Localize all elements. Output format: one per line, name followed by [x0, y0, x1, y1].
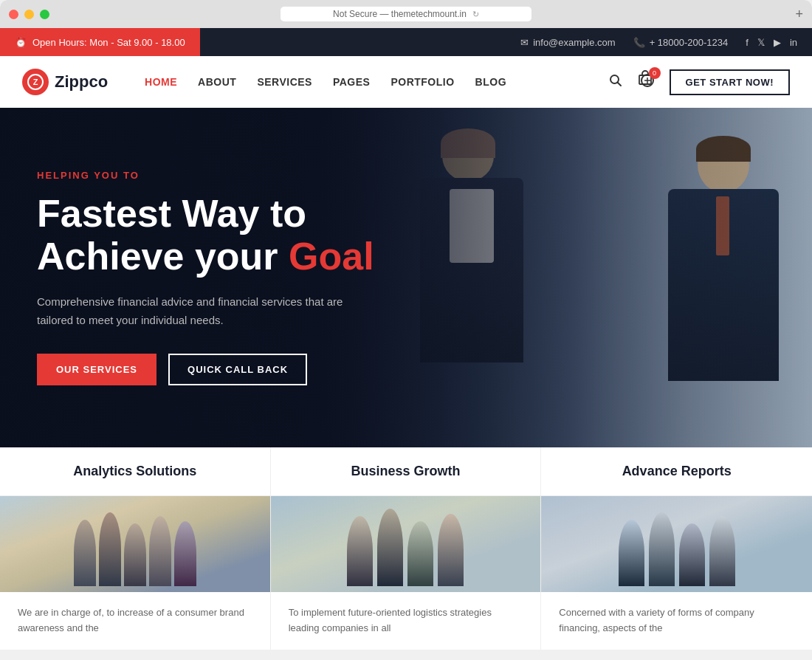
mac-traffic-lights	[9, 10, 49, 19]
mac-close-btn[interactable]	[9, 10, 18, 19]
email-icon: ✉	[520, 37, 529, 48]
person5	[174, 521, 196, 586]
email-text: info@example.com	[533, 37, 615, 48]
service-analytics-title: Analytics Solutions	[0, 447, 270, 496]
hero-title-line1: Fastest Way to	[37, 192, 306, 235]
logo-icon: Z	[22, 69, 49, 95]
phone-link[interactable]: 📞 + 18000-200-1234	[633, 37, 729, 48]
top-bar: ⏰ Open Hours: Mon - Sat 9.00 - 18.00 ✉ i…	[0, 28, 812, 56]
refresh-icon[interactable]: ↻	[472, 10, 479, 19]
service-reports-desc: Concerned with a variety of forms of com…	[559, 605, 794, 636]
our-services-button[interactable]: OUR SERVICES	[37, 354, 156, 385]
hero-buttons: OUR SERVICES QUICK CALL BACK	[37, 354, 374, 385]
quick-callback-button[interactable]: QUICK CALL BACK	[168, 354, 307, 385]
reports-img-bg	[541, 496, 812, 592]
service-analytics-body: We are in charge of, to increase of a co…	[0, 592, 270, 650]
search-icon	[609, 74, 622, 87]
growth-img-bg	[271, 496, 541, 592]
facebook-icon[interactable]: f	[746, 37, 749, 48]
nav-blog[interactable]: BLOG	[475, 76, 506, 88]
address-text: Not Secure — themetechmount.in	[333, 9, 467, 19]
service-reports-title: Advance Reports	[541, 447, 812, 496]
analytics-img-bg	[0, 496, 270, 592]
nav-actions: 0 GET START NOW!	[606, 69, 790, 95]
mac-window-chrome: Not Secure — themetechmount.in ↻ +	[0, 0, 812, 28]
new-tab-button[interactable]: +	[795, 7, 803, 22]
reports-people	[619, 512, 735, 586]
hero-title: Fastest Way to Achieve your Goal	[37, 193, 374, 277]
phone-icon: 📞	[633, 37, 645, 48]
nav-portfolio[interactable]: PORTFOLIO	[390, 76, 454, 88]
open-hours-text: Open Hours: Mon - Sat 9.00 - 18.00	[32, 37, 185, 48]
linkedin-icon[interactable]: in	[790, 37, 797, 48]
service-reports-image	[541, 496, 812, 592]
service-growth-title: Business Growth	[271, 447, 541, 496]
person-g4	[438, 514, 464, 586]
svg-line-3	[617, 83, 621, 86]
person-r3	[679, 523, 705, 586]
person-r2	[649, 512, 675, 586]
top-bar-contact: ✉ info@example.com 📞 + 18000-200-1234 f …	[200, 28, 812, 56]
mac-fullscreen-btn[interactable]	[40, 10, 49, 19]
person-r1	[619, 520, 644, 586]
hero-subtitle: HELPING YOU TO	[37, 170, 374, 181]
service-reports-body: Concerned with a variety of forms of com…	[541, 592, 812, 650]
person3	[124, 523, 146, 586]
logo-symbol: Z	[27, 74, 44, 90]
youtube-icon[interactable]: ▶	[774, 37, 781, 48]
person1	[74, 520, 96, 586]
clock-icon: ⏰	[15, 37, 27, 48]
twitter-icon[interactable]: 𝕏	[757, 37, 765, 48]
services-section: Analytics Solutions We are in charge of,…	[0, 447, 812, 650]
nav-services[interactable]: SERVICES	[257, 76, 312, 88]
email-link[interactable]: ✉ info@example.com	[520, 37, 615, 48]
service-growth-body: To implement future-oriented logistics s…	[271, 592, 541, 650]
service-card-reports: Advance Reports Concerned with a variety…	[541, 447, 812, 650]
person-g1	[347, 516, 373, 586]
person2	[99, 512, 121, 586]
growth-people	[347, 509, 464, 586]
logo-text: Zippco	[55, 72, 108, 92]
hero-content: HELPING YOU TO Fastest Way to Achieve yo…	[0, 170, 411, 385]
service-analytics-image	[0, 496, 270, 592]
service-growth-image	[271, 496, 541, 592]
cart-button[interactable]: 0	[637, 70, 658, 94]
person-g3	[407, 521, 433, 586]
service-growth-desc: To implement future-oriented logistics s…	[289, 605, 523, 636]
person4	[149, 516, 171, 586]
hero-description: Comprehensive financial advice and finan…	[37, 292, 347, 330]
svg-rect-5	[639, 75, 651, 84]
address-bar[interactable]: Not Secure — themetechmount.in ↻	[281, 7, 531, 21]
nav-pages[interactable]: PAGES	[333, 76, 370, 88]
hero-title-accent: Goal	[289, 235, 374, 278]
social-links: f 𝕏 ▶ in	[746, 37, 797, 48]
hero-section: HELPING YOU TO Fastest Way to Achieve yo…	[0, 108, 812, 447]
logo[interactable]: Z Zippco	[22, 69, 108, 95]
top-bar-hours: ⏰ Open Hours: Mon - Sat 9.00 - 18.00	[0, 28, 200, 56]
service-card-growth: Business Growth To implement future-orie…	[271, 447, 542, 650]
phone-text: + 18000-200-1234	[650, 37, 729, 48]
person-g2	[377, 509, 403, 586]
nav-home[interactable]: HOME	[145, 76, 177, 88]
person-r4	[709, 516, 735, 586]
hero-title-line2: Achieve your	[37, 235, 289, 278]
get-started-button[interactable]: GET START NOW!	[670, 69, 790, 95]
svg-text:Z: Z	[33, 78, 38, 86]
nav-links: HOME ABOUT SERVICES PAGES PORTFOLIO BLOG	[145, 76, 605, 88]
nav-about[interactable]: ABOUT	[198, 76, 236, 88]
cart-count: 0	[649, 67, 661, 79]
mac-minimize-btn[interactable]	[24, 10, 34, 19]
service-card-analytics: Analytics Solutions We are in charge of,…	[0, 447, 271, 650]
analytics-people	[74, 512, 196, 586]
navbar: Z Zippco HOME ABOUT SERVICES PAGES PORTF…	[0, 56, 812, 108]
service-analytics-desc: We are in charge of, to increase of a co…	[18, 605, 252, 636]
search-button[interactable]	[606, 71, 625, 93]
